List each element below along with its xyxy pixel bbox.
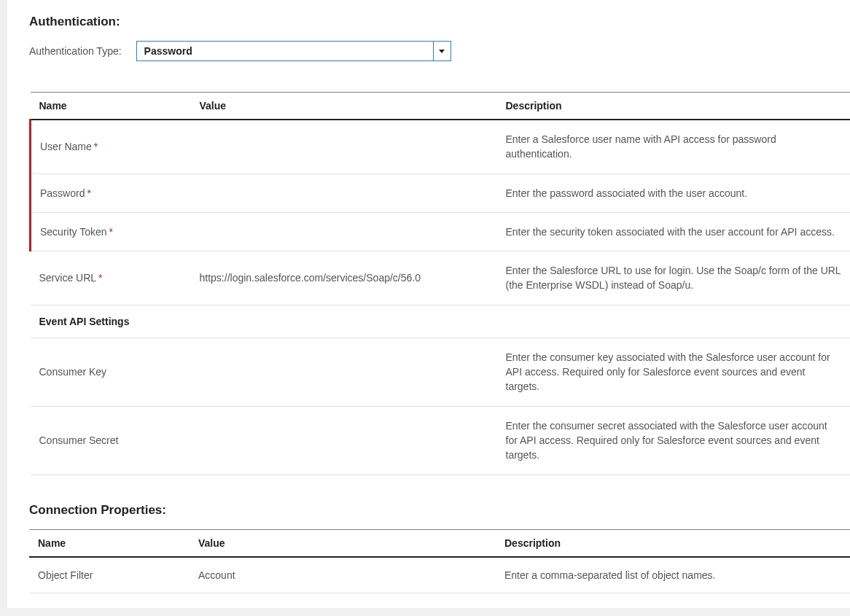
table-row: Object FilterAccountEnter a comma-separa… [29, 557, 850, 593]
property-name-cell: Service URL* [31, 252, 191, 305]
property-name: Password [40, 187, 85, 199]
authentication-heading: Authentication: [29, 15, 850, 29]
dropdown-arrow-icon [433, 42, 451, 61]
property-value-cell[interactable] [191, 120, 497, 174]
table-row: Consumer SecretEnter the consumer secret… [31, 406, 851, 475]
connection-properties-section: Connection Properties: Name Value Descri… [29, 503, 850, 593]
property-name-cell: Security Token* [31, 212, 191, 251]
required-asterisk-icon: * [98, 272, 102, 284]
property-description: Enter a Salesforce user name with API ac… [497, 120, 851, 174]
col-value-header: Value [190, 529, 496, 557]
property-name: Service URL [39, 272, 97, 284]
property-description: Enter the password associated with the u… [497, 174, 851, 212]
property-name: Consumer Key [39, 366, 107, 378]
authentication-type-label: Authentication Type: [29, 45, 122, 57]
connection-properties-heading: Connection Properties: [29, 503, 850, 518]
authentication-section: Authentication: Authentication Type: Pas… [29, 15, 850, 475]
section-header-label: Event API Settings [31, 305, 851, 338]
col-name-header: Name [31, 93, 191, 120]
property-name-cell: Password* [31, 174, 191, 212]
property-name-cell: User Name* [31, 120, 191, 174]
col-description-header: Description [496, 529, 850, 557]
col-value-header: Value [191, 93, 497, 120]
required-asterisk-icon: * [94, 141, 98, 152]
authentication-type-select-wrapper: Password [136, 41, 451, 61]
property-name: User Name [40, 141, 92, 152]
required-asterisk-icon: * [87, 187, 90, 199]
property-name: Consumer Secret [39, 434, 119, 446]
property-value-cell[interactable] [191, 212, 497, 251]
table-row: Consumer KeyEnter the consumer key assoc… [31, 338, 851, 406]
property-description: Enter the Salesforce URL to use for logi… [497, 252, 851, 305]
property-name-cell: Consumer Secret [31, 406, 191, 475]
col-name-header: Name [29, 529, 190, 557]
table-row: Service URL*https://login.salesforce.com… [31, 252, 851, 305]
property-value-cell[interactable]: Account [190, 557, 496, 593]
connection-properties-table: Name Value Description Object FilterAcco… [29, 529, 850, 593]
required-asterisk-icon: * [109, 226, 113, 238]
authentication-type-select[interactable]: Password [136, 41, 451, 61]
property-value-cell[interactable] [191, 406, 497, 475]
property-value-cell[interactable] [191, 174, 497, 212]
property-name: Object Filter [38, 569, 93, 581]
property-description: Enter the security token associated with… [497, 212, 851, 251]
table-row: Security Token*Enter the security token … [31, 212, 851, 251]
property-name-cell: Object Filter [29, 557, 190, 593]
property-name: Security Token [40, 226, 107, 238]
property-value-cell[interactable]: https://login.salesforce.com/services/So… [191, 252, 497, 305]
property-description: Enter the consumer secret associated wit… [497, 406, 851, 475]
table-row: Password*Enter the password associated w… [31, 174, 851, 212]
property-description: Enter the consumer key associated with t… [497, 338, 851, 406]
table-row: User Name*Enter a Salesforce user name w… [31, 120, 851, 174]
table-section-header: Event API Settings [31, 305, 851, 338]
authentication-type-selected: Password [137, 45, 433, 57]
col-description-header: Description [497, 93, 851, 120]
property-description: Enter a comma-separated list of object n… [496, 557, 850, 593]
authentication-properties-table: Name Value Description User Name*Enter a… [29, 92, 850, 475]
authentication-type-row: Authentication Type: Password [29, 41, 850, 61]
property-name-cell: Consumer Key [31, 338, 191, 406]
property-value-cell[interactable] [191, 338, 497, 406]
